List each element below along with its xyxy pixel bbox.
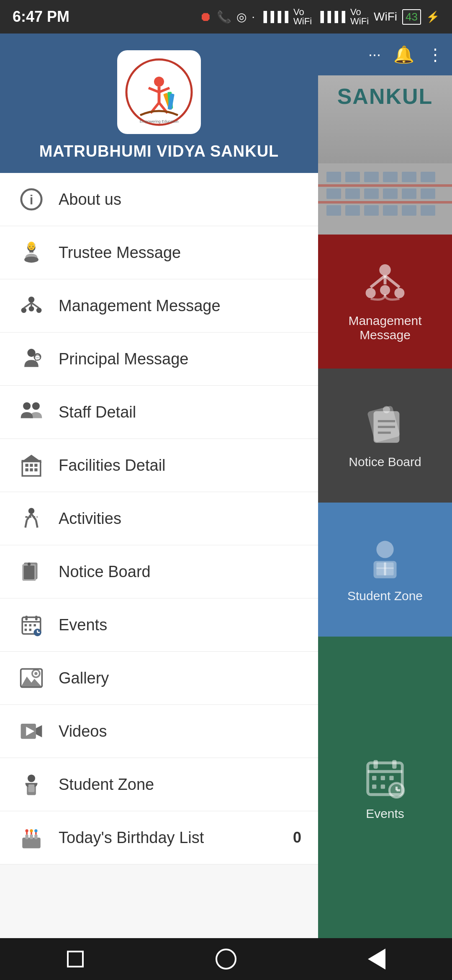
recent-button[interactable] xyxy=(61,944,90,974)
svg-point-68 xyxy=(28,774,35,782)
staff-icon xyxy=(17,397,46,427)
management-card-icon xyxy=(362,261,408,307)
sankul-text: SANKUL xyxy=(337,84,433,109)
sidebar-item-birthday-list[interactable]: Today's Birthday List 0 xyxy=(0,811,318,864)
svg-rect-70 xyxy=(28,784,35,792)
sidebar-item-trustee-message[interactable]: 👴 Trustee Message xyxy=(0,226,318,279)
svg-rect-52 xyxy=(35,616,37,620)
svg-rect-96 xyxy=(364,205,379,216)
vo-wifi-icon: VoWiFi xyxy=(293,8,312,26)
sidebar-item-notice-board[interactable]: Notice Board xyxy=(0,545,318,598)
sidebar-item-principal-message[interactable]: 💬 Principal Message xyxy=(0,333,318,386)
svg-rect-72 xyxy=(26,835,28,839)
sidebar-item-videos[interactable]: Videos xyxy=(0,705,318,758)
sidebar-item-staff-detail[interactable]: Staff Detail xyxy=(0,386,318,439)
phone-icon: 📞 xyxy=(217,10,231,24)
about-us-label: About us xyxy=(59,191,301,209)
svg-rect-91 xyxy=(383,188,398,199)
svg-point-104 xyxy=(394,288,404,298)
svg-point-24 xyxy=(29,306,34,312)
svg-point-63 xyxy=(34,672,37,675)
student-card[interactable]: Student Zone xyxy=(318,503,452,637)
svg-rect-74 xyxy=(34,835,37,839)
student-icon xyxy=(17,770,46,799)
notice-card-label: Notice Board xyxy=(349,455,421,469)
svg-rect-128 xyxy=(381,784,385,789)
more-icon[interactable]: ··· xyxy=(368,46,381,63)
svg-line-43 xyxy=(36,520,38,528)
svg-rect-73 xyxy=(30,835,33,839)
svg-rect-37 xyxy=(34,468,37,471)
birthday-badge: 0 xyxy=(293,829,301,846)
info-icon: i xyxy=(17,185,46,214)
svg-text:i: i xyxy=(30,193,33,207)
svg-rect-54 xyxy=(29,624,31,626)
svg-point-1 xyxy=(154,77,164,87)
status-bar: 6:47 PM ⏺ 📞 ◎ · ▐▐▐▐ VoWiFi ▐▐▐▐ VoWiFi … xyxy=(0,0,452,34)
videos-label: Videos xyxy=(59,722,301,740)
svg-rect-82 xyxy=(326,172,341,182)
right-topbar: ··· 🔔 ⋮ xyxy=(318,34,452,75)
svg-rect-124 xyxy=(372,776,376,780)
back-button[interactable] xyxy=(362,944,391,974)
home-button[interactable] xyxy=(211,944,241,974)
sidebar-item-facilities-detail[interactable]: Facilities Detail xyxy=(0,439,318,492)
sidebar-item-about-us[interactable]: i About us xyxy=(0,173,318,226)
events-card[interactable]: Events xyxy=(318,637,452,938)
svg-point-20 xyxy=(21,308,27,313)
student-zone-label: Student Zone xyxy=(59,776,301,794)
facilities-icon xyxy=(17,451,46,480)
svg-text:👴: 👴 xyxy=(26,241,37,250)
back-icon xyxy=(368,949,385,970)
svg-point-102 xyxy=(379,264,391,276)
svg-rect-101 xyxy=(318,201,452,204)
svg-point-19 xyxy=(28,297,35,303)
svg-rect-32 xyxy=(26,464,28,467)
svg-rect-33 xyxy=(30,464,33,467)
svg-marker-38 xyxy=(21,455,42,462)
svg-point-79 xyxy=(30,829,33,832)
gallery-label: Gallery xyxy=(59,669,301,687)
notice-card[interactable]: Notice Board xyxy=(318,369,452,503)
svg-point-78 xyxy=(26,829,28,832)
svg-point-17 xyxy=(24,257,39,263)
wifi-icon: WiFi xyxy=(374,10,397,23)
staff-detail-label: Staff Detail xyxy=(59,403,301,421)
bottom-nav xyxy=(0,938,452,980)
sidebar-item-gallery[interactable]: Gallery xyxy=(0,652,318,705)
right-cards: SANKUL xyxy=(318,75,452,938)
bell-icon[interactable]: 🔔 xyxy=(393,45,414,64)
logo-container: Empowering Education xyxy=(117,50,201,134)
sidebar-item-activities[interactable]: Activities xyxy=(0,492,318,545)
svg-rect-123 xyxy=(392,760,396,769)
building-illustration xyxy=(318,151,452,235)
svg-rect-56 xyxy=(25,629,27,631)
sankul-card[interactable]: SANKUL xyxy=(318,75,452,235)
svg-rect-95 xyxy=(345,205,360,216)
svg-rect-87 xyxy=(421,172,435,182)
svg-rect-84 xyxy=(364,172,379,182)
svg-rect-127 xyxy=(372,784,376,789)
school-name: MATRUBHUMI VIDYA SANKUL xyxy=(39,142,279,160)
svg-point-80 xyxy=(34,829,37,832)
trustee-message-label: Trustee Message xyxy=(59,244,301,262)
management-card[interactable]: Management Message xyxy=(318,235,452,369)
svg-rect-97 xyxy=(383,205,398,216)
svg-point-105 xyxy=(380,285,390,295)
school-logo: Empowering Education xyxy=(123,57,195,128)
management-card-label: Management Message xyxy=(348,314,421,342)
kebab-icon[interactable]: ⋮ xyxy=(427,50,444,59)
svg-rect-53 xyxy=(25,624,27,626)
svg-rect-83 xyxy=(345,172,360,182)
svg-rect-92 xyxy=(402,188,416,199)
svg-rect-99 xyxy=(421,205,435,216)
svg-rect-34 xyxy=(34,464,37,467)
sidebar-item-management-message[interactable]: Management Message xyxy=(0,279,318,333)
svg-rect-98 xyxy=(402,205,416,216)
facilities-detail-label: Facilities Detail xyxy=(59,456,301,475)
sidebar-item-student-zone[interactable]: Student Zone xyxy=(0,758,318,811)
drawer: Empowering Education MATRUBHUMI VIDYA SA… xyxy=(0,34,318,938)
recent-icon xyxy=(67,951,84,967)
svg-rect-122 xyxy=(374,760,378,769)
sidebar-item-events[interactable]: Events xyxy=(0,598,318,652)
